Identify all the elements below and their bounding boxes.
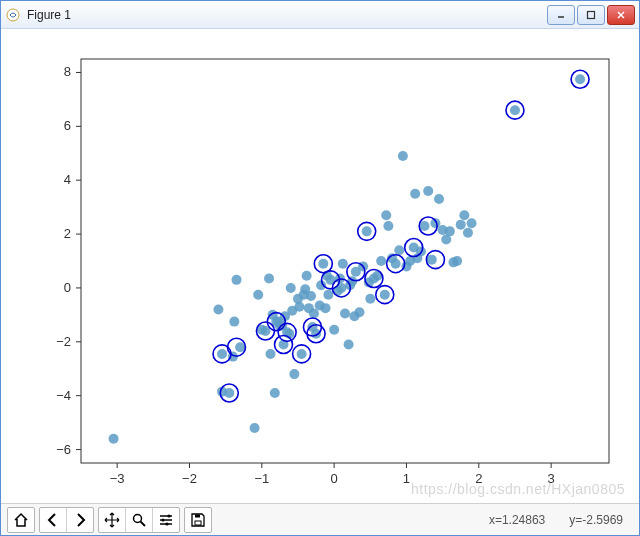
svg-point-128 <box>510 105 520 115</box>
back-button[interactable] <box>40 508 66 532</box>
svg-point-82 <box>329 325 339 335</box>
svg-point-107 <box>398 151 408 161</box>
svg-point-49 <box>264 274 274 284</box>
scatter-chart: −3−2−10123−6−4−202468 <box>1 29 639 503</box>
svg-point-116 <box>427 255 437 265</box>
svg-point-114 <box>420 221 430 231</box>
configure-button[interactable] <box>152 508 179 532</box>
svg-line-154 <box>141 521 146 526</box>
svg-point-73 <box>309 309 319 319</box>
svg-text:0: 0 <box>64 280 71 295</box>
svg-point-40 <box>224 388 234 398</box>
svg-point-95 <box>362 226 372 236</box>
svg-point-44 <box>235 342 245 352</box>
svg-point-50 <box>266 349 276 359</box>
svg-point-77 <box>318 259 328 269</box>
svg-point-66 <box>297 349 307 359</box>
svg-point-106 <box>394 245 404 255</box>
svg-point-121 <box>445 226 455 236</box>
figure-window: Figure 1 −3−2−10123−6−4−202468 https://b… <box>0 0 640 536</box>
svg-point-124 <box>456 220 466 230</box>
home-button[interactable] <box>8 508 34 532</box>
svg-point-80 <box>323 290 333 300</box>
svg-point-129 <box>575 74 585 84</box>
svg-point-63 <box>289 369 299 379</box>
svg-point-52 <box>270 388 280 398</box>
svg-text:6: 6 <box>64 118 71 133</box>
toolbar: x=1.24863 y=-2.5969 <box>1 503 639 535</box>
svg-point-37 <box>213 305 223 315</box>
svg-point-105 <box>391 259 401 269</box>
svg-point-88 <box>344 340 354 350</box>
svg-point-123 <box>452 256 462 266</box>
svg-point-158 <box>167 514 170 517</box>
save-button[interactable] <box>185 508 211 532</box>
svg-text:3: 3 <box>548 471 555 486</box>
svg-point-118 <box>434 194 444 204</box>
svg-point-87 <box>340 309 350 319</box>
svg-point-78 <box>320 303 330 313</box>
svg-point-111 <box>410 189 420 199</box>
svg-point-65 <box>294 302 304 312</box>
svg-text:2: 2 <box>475 471 482 486</box>
svg-point-42 <box>229 317 239 327</box>
svg-text:4: 4 <box>64 172 71 187</box>
svg-text:0: 0 <box>331 471 338 486</box>
svg-point-102 <box>381 210 391 220</box>
svg-text:2: 2 <box>64 226 71 241</box>
svg-point-36 <box>109 434 119 444</box>
svg-point-159 <box>161 518 164 521</box>
svg-point-71 <box>306 291 316 301</box>
svg-point-38 <box>217 349 227 359</box>
svg-point-43 <box>232 275 242 285</box>
svg-text:−3: −3 <box>110 471 125 486</box>
svg-rect-2 <box>588 11 595 18</box>
svg-point-46 <box>253 290 263 300</box>
svg-text:−1: −1 <box>254 471 269 486</box>
svg-point-115 <box>423 186 433 196</box>
svg-text:1: 1 <box>403 471 410 486</box>
svg-point-69 <box>302 271 312 281</box>
svg-text:−2: −2 <box>56 334 71 349</box>
svg-point-97 <box>365 294 375 304</box>
window-title: Figure 1 <box>27 8 541 22</box>
svg-text:−6: −6 <box>56 442 71 457</box>
cursor-coords: x=1.24863 y=-2.5969 <box>489 513 633 527</box>
svg-point-93 <box>354 307 364 317</box>
svg-point-100 <box>376 256 386 266</box>
coord-x: x=1.24863 <box>489 513 545 527</box>
svg-text:8: 8 <box>64 65 71 80</box>
window-buttons <box>547 5 635 25</box>
svg-point-153 <box>134 514 142 522</box>
zoom-button[interactable] <box>125 508 152 532</box>
coord-y: y=-2.5969 <box>569 513 623 527</box>
minimize-button[interactable] <box>547 5 575 25</box>
svg-point-86 <box>338 259 348 269</box>
svg-point-61 <box>286 283 296 293</box>
svg-point-0 <box>7 9 19 21</box>
maximize-button[interactable] <box>577 5 605 25</box>
svg-point-125 <box>459 210 469 220</box>
svg-text:−4: −4 <box>56 388 71 403</box>
forward-button[interactable] <box>66 508 93 532</box>
close-button[interactable] <box>607 5 635 25</box>
svg-text:−2: −2 <box>182 471 197 486</box>
plot-area[interactable]: −3−2−10123−6−4−202468 https://blog.csdn.… <box>1 29 639 503</box>
app-icon <box>5 7 21 23</box>
svg-point-126 <box>463 228 473 238</box>
svg-point-127 <box>467 218 477 228</box>
svg-point-101 <box>380 290 390 300</box>
pan-button[interactable] <box>99 508 125 532</box>
svg-rect-161 <box>195 521 201 525</box>
svg-point-45 <box>250 423 260 433</box>
svg-point-160 <box>165 522 168 525</box>
svg-rect-162 <box>195 514 200 517</box>
svg-point-103 <box>383 221 393 231</box>
titlebar: Figure 1 <box>1 1 639 29</box>
